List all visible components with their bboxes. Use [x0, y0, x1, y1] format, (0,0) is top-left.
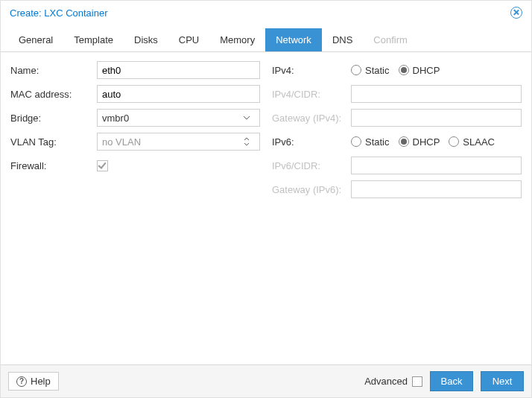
- dialog-header: Create: LXC Container: [1, 1, 531, 24]
- vlan-label: VLAN Tag:: [10, 136, 97, 148]
- tab-cpu[interactable]: CPU: [168, 28, 209, 51]
- close-icon[interactable]: [510, 7, 522, 19]
- ipv6-slaac-radio[interactable]: SLAAC: [449, 136, 495, 148]
- firewall-label: Firewall:: [10, 160, 97, 171]
- ipv4-radio-group: Static DHCP: [351, 65, 522, 76]
- gw6-label: Gateway (IPv6):: [272, 184, 351, 195]
- ipv4-static-radio[interactable]: Static: [351, 65, 390, 76]
- name-input[interactable]: [97, 61, 260, 79]
- bridge-label: Bridge:: [10, 113, 97, 124]
- mac-input[interactable]: [97, 85, 260, 103]
- ipv4cidr-input: [351, 85, 522, 103]
- gw6-input: [351, 180, 522, 198]
- name-label: Name:: [10, 65, 97, 76]
- tab-template[interactable]: Template: [63, 28, 124, 51]
- gw4-input: [351, 109, 522, 127]
- tab-disks[interactable]: Disks: [124, 28, 168, 51]
- dialog-title: Create: LXC Container: [10, 7, 108, 19]
- help-button[interactable]: ? Help: [8, 372, 59, 391]
- back-button[interactable]: Back: [430, 371, 473, 391]
- firewall-checkbox[interactable]: [97, 160, 108, 171]
- dialog-footer: ? Help Advanced Back Next: [1, 364, 531, 397]
- next-button[interactable]: Next: [481, 371, 524, 391]
- advanced-label: Advanced: [364, 376, 408, 387]
- wizard-tabs: General Template Disks CPU Memory Networ…: [1, 24, 531, 52]
- bridge-select[interactable]: vmbr0: [97, 109, 260, 127]
- form-panel: Name: MAC address: Bridge: vmbr0 VLAN Ta…: [1, 52, 531, 364]
- help-label: Help: [31, 376, 51, 387]
- tab-memory[interactable]: Memory: [209, 28, 265, 51]
- advanced-checkbox[interactable]: [412, 376, 422, 387]
- spinner-icon: [243, 136, 255, 147]
- vlan-value: no VLAN: [102, 136, 243, 148]
- ipv6-label: IPv6:: [272, 136, 351, 148]
- ipv6-dhcp-radio[interactable]: DHCP: [399, 136, 440, 148]
- help-icon: ?: [16, 376, 27, 387]
- ipv4-label: IPv4:: [272, 65, 351, 76]
- advanced-toggle[interactable]: Advanced: [364, 376, 422, 387]
- ipv4cidr-label: IPv4/CIDR:: [272, 89, 351, 100]
- left-column: Name: MAC address: Bridge: vmbr0 VLAN Ta…: [10, 61, 260, 356]
- ipv6cidr-label: IPv6/CIDR:: [272, 160, 351, 171]
- ipv4-dhcp-radio[interactable]: DHCP: [399, 65, 440, 76]
- footer-right: Advanced Back Next: [364, 371, 524, 391]
- right-column: IPv4: Static DHCP IPv4/CIDR: Gateway (IP…: [272, 61, 522, 356]
- mac-label: MAC address:: [10, 89, 97, 100]
- gw4-label: Gateway (IPv4):: [272, 113, 351, 124]
- tab-confirm: Confirm: [363, 28, 418, 51]
- vlan-spinner[interactable]: no VLAN: [97, 133, 260, 151]
- ipv6cidr-input: [351, 157, 522, 174]
- tab-network[interactable]: Network: [265, 28, 322, 51]
- bridge-value: vmbr0: [102, 113, 243, 124]
- ipv6-static-radio[interactable]: Static: [351, 136, 390, 148]
- tab-general[interactable]: General: [8, 28, 63, 51]
- tab-dns[interactable]: DNS: [322, 28, 363, 51]
- chevron-down-icon: [243, 116, 255, 120]
- ipv6-radio-group: Static DHCP SLAAC: [351, 136, 522, 148]
